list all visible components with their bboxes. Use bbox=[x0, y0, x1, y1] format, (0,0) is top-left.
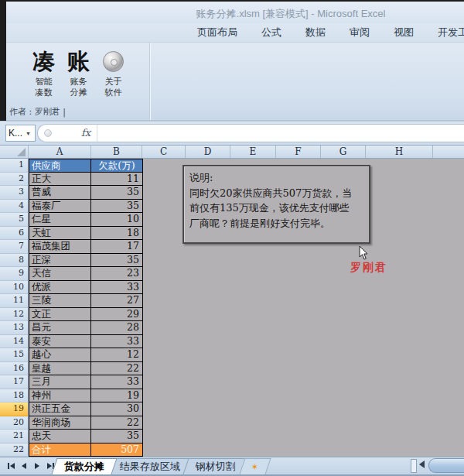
horizontal-scrollbar[interactable] bbox=[428, 458, 464, 473]
row-header[interactable]: 5 bbox=[0, 213, 29, 227]
ribbon-tab[interactable]: 视图 bbox=[394, 26, 414, 39]
select-all-corner[interactable] bbox=[0, 146, 29, 158]
cell-supplier[interactable]: 华润商场 bbox=[29, 416, 91, 430]
cell-supplier[interactable]: 天信 bbox=[29, 267, 91, 281]
cell-supplier[interactable]: 福茂集团 bbox=[29, 240, 91, 254]
row-header[interactable]: 16 bbox=[0, 362, 29, 376]
about-software-button[interactable]: 关于 软件 bbox=[96, 46, 131, 103]
cell-supplier[interactable]: 神州 bbox=[29, 389, 91, 403]
cell-supplier[interactable]: 三月 bbox=[29, 375, 91, 389]
ribbon-tab[interactable]: 页面布局 bbox=[197, 26, 237, 39]
cell-supplier[interactable]: 越心 bbox=[29, 348, 91, 362]
ribbon-tab[interactable]: 审阅 bbox=[350, 26, 370, 39]
row-header[interactable]: 19 bbox=[0, 402, 29, 416]
cell-supplier[interactable]: 忠天 bbox=[29, 430, 91, 443]
formula-input[interactable] bbox=[100, 127, 455, 139]
cell-supplier[interactable]: 昌元 bbox=[29, 321, 91, 335]
cell-supplier[interactable]: 仁星 bbox=[29, 213, 91, 227]
cell-supplier[interactable]: 正深 bbox=[29, 254, 91, 268]
cell-amount[interactable]: 22 bbox=[91, 362, 143, 376]
insert-sheet-button[interactable]: ✶ bbox=[239, 458, 271, 474]
cell-amount[interactable]: 11 bbox=[91, 173, 143, 187]
cell-amount[interactable]: 29 bbox=[91, 308, 143, 322]
row-header[interactable]: 9 bbox=[0, 267, 29, 281]
column-header[interactable]: H bbox=[366, 146, 433, 158]
cell-amount[interactable]: 33 bbox=[91, 335, 143, 349]
sheet-tab[interactable]: 结果存放区域 bbox=[107, 458, 193, 474]
cell-amount[interactable]: 35 bbox=[91, 430, 143, 443]
row-header[interactable]: 3 bbox=[0, 186, 29, 200]
cell-amount[interactable]: 33 bbox=[91, 375, 143, 389]
fx-icon[interactable]: fx bbox=[81, 127, 90, 139]
row-header[interactable]: 22 bbox=[0, 443, 29, 457]
row-header[interactable]: 17 bbox=[0, 375, 29, 389]
row-header[interactable]: 18 bbox=[0, 389, 29, 403]
row-header[interactable]: 4 bbox=[0, 200, 29, 214]
sheet-tab-bar: 货款分摊 结果存放区域 钢材切割 ✶ bbox=[0, 457, 464, 474]
cell-amount[interactable]: 28 bbox=[91, 321, 143, 335]
column-header[interactable]: D bbox=[186, 146, 230, 158]
sheet-tab[interactable]: 货款分摊 bbox=[51, 458, 117, 474]
account-allocation-button[interactable]: 账 账务 分摊 bbox=[61, 46, 96, 103]
cell-amount[interactable]: 30 bbox=[91, 402, 143, 416]
cell-amount[interactable]: 10 bbox=[91, 213, 143, 227]
row-header[interactable]: 7 bbox=[0, 240, 29, 254]
row-header[interactable]: 10 bbox=[0, 281, 29, 295]
cell-amount[interactable]: 35 bbox=[91, 254, 143, 268]
scroll-left-icon[interactable] bbox=[419, 461, 425, 468]
row-header[interactable]: 1 bbox=[0, 159, 29, 173]
cell-supplier[interactable]: 洪正五金 bbox=[29, 402, 91, 416]
cell-amount[interactable]: 22 bbox=[91, 416, 143, 430]
cell-amount[interactable]: 23 bbox=[91, 267, 143, 281]
cell-amount[interactable]: 35 bbox=[91, 186, 143, 200]
name-box[interactable]: K... ▼ bbox=[5, 125, 36, 142]
column-header[interactable]: F bbox=[276, 146, 321, 158]
cell-supplier[interactable]: 优派 bbox=[29, 281, 91, 295]
cell-amount[interactable]: 507 bbox=[91, 443, 143, 457]
row-header[interactable]: 8 bbox=[0, 254, 29, 268]
cell-supplier[interactable]: 合计 bbox=[29, 443, 91, 457]
column-header[interactable]: B bbox=[91, 146, 142, 158]
cell-amount[interactable]: 18 bbox=[91, 227, 143, 241]
row-header[interactable]: 13 bbox=[0, 321, 29, 335]
column-header[interactable]: E bbox=[230, 146, 276, 158]
ribbon-tab[interactable]: 数据 bbox=[305, 26, 326, 39]
row-header[interactable]: 15 bbox=[0, 348, 29, 362]
column-header[interactable]: G bbox=[321, 146, 366, 158]
row-header[interactable]: 2 bbox=[0, 173, 29, 187]
cell-supplier[interactable]: 正大 bbox=[29, 173, 91, 187]
cell-supplier[interactable]: 泰安 bbox=[29, 335, 91, 349]
row-header[interactable]: 20 bbox=[0, 416, 29, 430]
cell-amount[interactable]: 12 bbox=[91, 348, 143, 362]
sheet-tab[interactable]: 钢材切割 bbox=[183, 458, 248, 474]
first-sheet-button[interactable] bbox=[5, 461, 16, 472]
cell-supplier[interactable]: 三陵 bbox=[29, 294, 91, 308]
cell-amount[interactable]: 35 bbox=[91, 200, 143, 214]
cell-supplier[interactable]: 供应商 bbox=[29, 159, 91, 173]
name-box-dropdown-icon[interactable]: ▼ bbox=[26, 131, 31, 136]
next-sheet-button[interactable] bbox=[32, 461, 43, 472]
prev-sheet-button[interactable] bbox=[19, 461, 29, 472]
cell-supplier[interactable]: 皇越 bbox=[29, 362, 91, 376]
cell-amount[interactable]: 27 bbox=[91, 294, 143, 308]
cell-amount[interactable]: 17 bbox=[91, 240, 143, 254]
note-textbox[interactable]: 说明:同时欠20家供应商共507万货款，当前仅有135万现金，该优先支付哪些厂商… bbox=[183, 165, 370, 244]
row-header[interactable]: 12 bbox=[0, 308, 29, 322]
cell-supplier[interactable]: 文正 bbox=[29, 308, 91, 322]
ribbon-tab[interactable]: 公式 bbox=[261, 26, 281, 39]
cell-supplier[interactable]: 福泰厂 bbox=[29, 200, 91, 214]
row-header[interactable]: 14 bbox=[0, 335, 29, 349]
cell-amount[interactable]: 欠款(万) bbox=[91, 159, 143, 173]
cell-supplier[interactable]: 天虹 bbox=[29, 227, 91, 241]
cell-amount[interactable]: 33 bbox=[91, 281, 143, 295]
cell-amount[interactable]: 19 bbox=[91, 389, 143, 403]
row-header[interactable]: 6 bbox=[0, 227, 29, 241]
row-header[interactable]: 21 bbox=[0, 430, 29, 443]
smart-sum-button[interactable]: 凑 智能 凑数 bbox=[26, 46, 61, 103]
column-header[interactable]: A bbox=[29, 146, 91, 158]
cell-supplier[interactable]: 普威 bbox=[29, 186, 91, 200]
ribbon-tab[interactable]: 开发工具 bbox=[438, 26, 464, 39]
column-header[interactable]: C bbox=[142, 146, 186, 158]
tab-split-handle[interactable] bbox=[411, 459, 417, 473]
row-header[interactable]: 11 bbox=[0, 294, 29, 308]
